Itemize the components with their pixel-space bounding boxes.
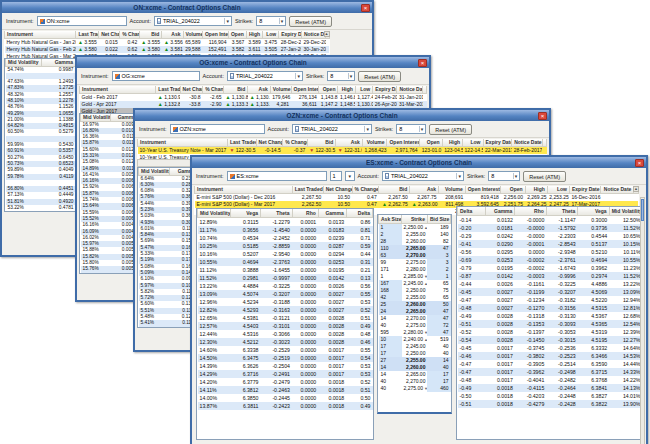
ask-size-cell[interactable]: 167 (379, 280, 402, 287)
instrument-input[interactable]: ON:xcme (37, 16, 127, 26)
ladder-row[interactable]: 5952,280.00 ▼47 (379, 329, 451, 336)
strike-cell[interactable]: 2,255.00 (402, 357, 428, 364)
strikes-select[interactable]: 8▾ (327, 71, 355, 81)
column-header[interactable]: Instrument (5, 31, 76, 39)
column-header[interactable]: Theta (261, 209, 293, 218)
column-header[interactable]: Open Interest (202, 31, 228, 39)
column-header[interactable]: Bid Size (427, 215, 450, 224)
greeks-row[interactable]: 14.00%6.3850-0.24450.00000.00180.50 (198, 394, 373, 402)
column-header[interactable]: Last Traded (156, 86, 180, 94)
ladder-row[interactable]: 242,265.0047 (379, 308, 451, 315)
bid-size-cell[interactable]: 17 (427, 371, 450, 378)
greeks-row[interactable]: -0.510.0028-0.1353-0.30934.536512.54% (458, 320, 643, 328)
greeks-row[interactable]: -0.200.0181-0.0000-1.57920.373611.52% (458, 224, 643, 232)
greeks-row[interactable]: -0.460.0017-0.3802-0.25236.346614.53% (458, 352, 643, 360)
bid-size-cell[interactable]: 14 (427, 357, 450, 364)
column-header[interactable]: High (525, 186, 547, 194)
close-icon[interactable]: × (635, 159, 644, 167)
column-header[interactable]: Notice Date (397, 86, 423, 94)
column-header[interactable]: % Change (352, 186, 379, 194)
vol-row[interactable]: 53.22%0.4781 (6, 205, 76, 211)
column-header[interactable]: Low (547, 186, 569, 194)
greeks-row[interactable]: 12.30%4.5212-0.30230.00000.00280.46 (198, 338, 373, 346)
greeks-row[interactable]: -0.470.0017-0.3962-0.24986.371514.33% (458, 368, 643, 376)
column-header[interactable]: Gamma (485, 207, 515, 216)
ladder-row[interactable]: 272,255.0014 (379, 357, 451, 364)
ladder-row[interactable]: 1682,250.0075 (379, 287, 451, 294)
column-header[interactable]: Net Change (99, 31, 120, 39)
column-header[interactable]: Bid (223, 86, 247, 94)
greeks-row[interactable]: -0.410.0290-0.0001-2.85430.513710.15% (458, 240, 643, 248)
ladder-row[interactable]: 142,265.0017 (379, 371, 451, 378)
quote-row[interactable]: 10-Year U.S. Treasury Note - Mar 2017▼ 1… (138, 147, 547, 155)
greeks-row[interactable]: 12.44%4.5316-0.30660.00000.00280.48 (198, 330, 373, 338)
column-header[interactable]: Open (319, 86, 338, 94)
column-header[interactable]: % Change (203, 86, 224, 94)
greeks-row[interactable]: -0.470.0027-0.1234-0.31824.522012.94% (458, 296, 643, 304)
strike-cell[interactable]: 2,260.00 (402, 301, 428, 308)
strike-cell[interactable]: 2,270.00 (402, 378, 428, 385)
column-header[interactable]: Rho (515, 207, 546, 216)
ask-size-cell[interactable]: 14 (379, 364, 402, 371)
quote-row[interactable]: Gold - Apr 2017▲ 1,132.8-33.8-2.90▲ 1,13… (80, 101, 427, 108)
strike-cell[interactable]: 2,245.00 ▲ (402, 280, 428, 287)
column-header[interactable]: Mid Volatility (81, 114, 111, 122)
titlebar[interactable]: ON:xcme - Contract Options Chain × (2, 2, 372, 13)
ladder-row[interactable]: 12,250.00 ▲189 (379, 224, 451, 231)
greeks-row[interactable]: -0.540.0028-0.1450-0.30154.519512.27% (458, 336, 643, 344)
greeks-row[interactable]: -0.450.0027-0.1199-0.32074.506913.09% (458, 288, 643, 296)
strike-cell[interactable]: 2,285.00 ▼ (402, 273, 428, 280)
strike-cell[interactable]: 2,275.00 (402, 322, 428, 329)
ask-size-cell[interactable]: 14 (379, 371, 402, 378)
account-select[interactable]: TRIAL_204022▾ (292, 124, 372, 134)
ask-size-cell[interactable]: 110 (379, 245, 402, 252)
greeks-row[interactable]: 13.09%4.5074-0.32070.00000.00270.55 (198, 290, 373, 298)
bid-size-cell[interactable]: 3 (427, 259, 450, 266)
ladder-row[interactable]: 102,240.00 ▲519 (379, 336, 451, 343)
ladder-row[interactable]: 402,275.0072 (379, 322, 451, 329)
column-header[interactable]: Open Interest (465, 186, 501, 194)
scroll-up-icon[interactable]: ▲ (324, 31, 330, 37)
column-header[interactable]: Bid (139, 31, 162, 39)
reset-atm-button[interactable]: Reset (ATM) (289, 16, 332, 27)
column-header[interactable]: Expiry Date (570, 186, 601, 194)
strike-cell[interactable]: 2,250.00 (402, 287, 428, 294)
column-header[interactable]: Last Traded (76, 31, 99, 39)
ask-size-cell[interactable]: 27 (379, 357, 402, 364)
strike-cell[interactable]: 2,255.00 (402, 294, 428, 301)
bid-size-cell[interactable]: 72 (427, 322, 450, 329)
close-icon[interactable]: × (418, 59, 427, 67)
column-header[interactable]: Strike (402, 215, 428, 224)
bid-size-cell[interactable]: 3 (427, 252, 450, 259)
strike-cell[interactable]: 2,265.00 (402, 308, 428, 315)
greeks-row[interactable]: 10.25%0.5185-2.88590.00000.02870.59 (198, 242, 373, 250)
greeks-row[interactable]: -0.500.0018-0.4203-0.24486.382714.01% (458, 392, 643, 400)
bid-size-cell[interactable]: 47 (427, 329, 450, 336)
ask-size-cell[interactable]: 40 (379, 378, 402, 385)
vertical-scrollbar[interactable] (640, 197, 645, 444)
bid-size-cell[interactable]: 17 (427, 378, 450, 385)
strike-cell[interactable]: 2,265.00 (402, 245, 428, 252)
ask-size-cell[interactable]: 24 (379, 308, 402, 315)
greeks-row[interactable]: 12.57%4.5403-0.31010.00000.00280.49 (198, 322, 373, 330)
ladder-row[interactable]: 142,270.0047 (379, 315, 451, 322)
column-header[interactable]: Last Traded (292, 186, 323, 194)
column-header[interactable]: Low (463, 139, 483, 147)
column-header[interactable]: Ask (248, 86, 271, 94)
titlebar[interactable]: ES:xcme - Contract Options Chain × (192, 157, 646, 168)
greeks-row[interactable]: -0.480.0027-0.1270-0.31564.531512.81% (458, 304, 643, 312)
greeks-row[interactable]: 13.22%4.4884-0.32250.00000.00260.56 (198, 282, 373, 290)
greeks-row[interactable]: 11.17%0.3656-1.45400.00000.01830.81 (198, 226, 373, 234)
scrollbar-thumb[interactable] (641, 199, 644, 221)
quote-row[interactable]: E-mini S&P 500 (Dollar) - Dec 20162,267.… (195, 194, 639, 202)
reset-atm-button[interactable]: Reset (ATM) (429, 124, 472, 135)
close-icon[interactable]: × (361, 4, 370, 12)
strike-cell[interactable]: 2,270.00 (402, 252, 428, 259)
strikes-select[interactable]: 8▾ (488, 171, 520, 181)
strike-cell[interactable]: 2,280.00 ▼ (402, 329, 428, 336)
bid-size-cell[interactable]: 47 (427, 308, 450, 315)
ladder-row[interactable]: 172,245.0040 (379, 343, 451, 350)
bid-size-cell[interactable]: 75 (427, 287, 450, 294)
quote-row[interactable]: Gold - Feb 2017▲ 1,130.9-30.8-2.65▲ 1,13… (80, 94, 427, 102)
column-header[interactable]: Mid Volatility (139, 168, 170, 176)
